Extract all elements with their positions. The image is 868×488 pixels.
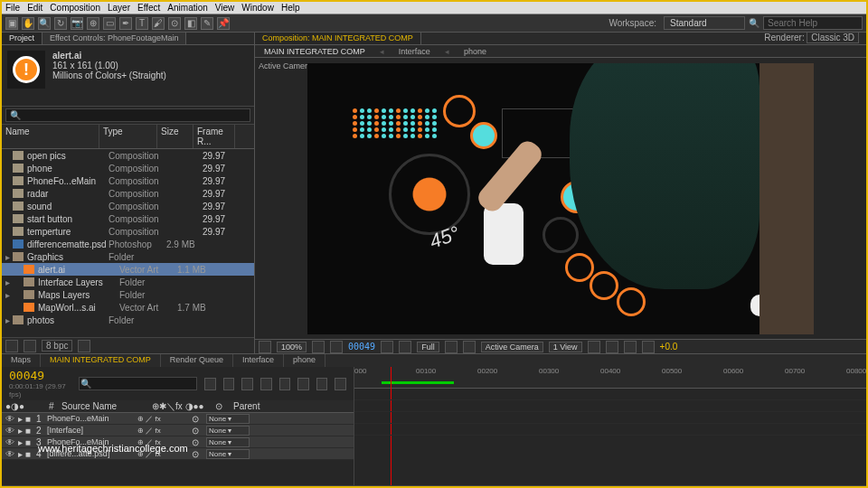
- eraser-tool[interactable]: ◧: [184, 17, 197, 30]
- flowchart-button[interactable]: [642, 341, 655, 353]
- timeline-tab[interactable]: Maps: [2, 354, 41, 367]
- timeline-tab[interactable]: MAIN INTEGRATED COMP: [41, 354, 161, 367]
- snapshot-button[interactable]: [381, 341, 393, 353]
- zoom-select[interactable]: 100%: [277, 342, 307, 352]
- channel-button[interactable]: [399, 341, 411, 353]
- asset-colors: Millions of Colors+ (Straight): [52, 70, 249, 80]
- renderer-select[interactable]: Classic 3D: [807, 32, 859, 43]
- timeline-graph[interactable]: 0000010000200003000040000500006000070000…: [354, 367, 866, 485]
- project-item[interactable]: PhoneFo...eMainComposition29.97: [2, 174, 254, 187]
- breadcrumb-item[interactable]: phone: [464, 47, 486, 56]
- layer-bar[interactable]: [354, 412, 866, 424]
- alpha-button[interactable]: [259, 341, 271, 353]
- tl-btn-1[interactable]: [204, 378, 216, 390]
- puppet-tool[interactable]: 📌: [217, 17, 230, 30]
- tl-btn-3[interactable]: [241, 378, 253, 390]
- timeline-panel: MapsMAIN INTEGRATED COMPRender QueueInte…: [2, 353, 866, 488]
- camera-select[interactable]: Active Camera: [481, 342, 543, 352]
- project-item[interactable]: MapWorl...s.aiVector Art1.7 MB: [2, 301, 254, 314]
- rotate-tool[interactable]: ↻: [54, 17, 67, 30]
- composition-tab[interactable]: Composition: MAIN INTEGRATED COMP: [255, 33, 421, 44]
- comp-viewer[interactable]: Active Camera 45°: [255, 58, 866, 339]
- timeline-tab[interactable]: Interface: [233, 354, 284, 367]
- fx-button[interactable]: [606, 341, 618, 353]
- project-item[interactable]: start buttonComposition29.97: [2, 212, 254, 225]
- menu-file[interactable]: File: [5, 3, 20, 13]
- pixel-aspect-button[interactable]: [588, 341, 600, 353]
- project-item[interactable]: ▸Interface LayersFolder: [2, 276, 254, 288]
- menu-view[interactable]: View: [215, 3, 235, 13]
- project-item[interactable]: ▸Maps LayersFolder: [2, 288, 254, 301]
- workspace-select[interactable]: Standard: [664, 16, 745, 30]
- project-tab[interactable]: Project: [2, 33, 42, 44]
- tl-btn-5[interactable]: [279, 378, 291, 390]
- tl-btn-4[interactable]: [260, 378, 272, 390]
- delete-button[interactable]: [78, 340, 90, 352]
- project-item[interactable]: open picsComposition29.97: [2, 149, 254, 162]
- interpret-footage-button[interactable]: [5, 340, 18, 352]
- views-select[interactable]: 1 View: [549, 342, 582, 352]
- timecode[interactable]: 00049: [9, 369, 71, 382]
- comp-canvas: 45°: [307, 63, 814, 334]
- hand-tool[interactable]: ✋: [22, 17, 34, 30]
- project-item[interactable]: differencematte.psdPhotoshop2.9 MB: [2, 238, 254, 250]
- clone-tool[interactable]: ⊙: [168, 17, 181, 30]
- menu-animation[interactable]: Animation: [167, 3, 207, 13]
- timeline-tab[interactable]: Render Queue: [161, 354, 233, 367]
- camera-tool[interactable]: 📷: [71, 17, 83, 30]
- menu-edit[interactable]: Edit: [27, 3, 42, 13]
- shape-tool[interactable]: ▭: [103, 17, 116, 30]
- project-item[interactable]: ▸GraphicsFolder: [2, 250, 254, 263]
- menu-bar: FileEditCompositionLayerEffectAnimationV…: [2, 2, 866, 14]
- tl-btn-8[interactable]: [335, 378, 346, 390]
- person: [570, 63, 760, 289]
- brush-tool[interactable]: 🖌: [152, 17, 165, 30]
- project-search[interactable]: [5, 108, 250, 122]
- exposure-value[interactable]: +0.0: [660, 342, 678, 352]
- menu-layer[interactable]: Layer: [108, 3, 130, 13]
- project-item[interactable]: soundComposition29.97: [2, 200, 254, 212]
- search-help-input[interactable]: [763, 16, 863, 30]
- tl-btn-7[interactable]: [316, 378, 328, 390]
- tl-btn-6[interactable]: [297, 378, 309, 390]
- roi-button[interactable]: [445, 341, 458, 353]
- project-item[interactable]: phoneComposition29.97: [2, 162, 254, 174]
- layer-bar[interactable]: [354, 389, 866, 400]
- menu-effect[interactable]: Effect: [137, 3, 160, 13]
- project-item[interactable]: alert.aiVector Art1.1 MB: [2, 263, 254, 276]
- breadcrumb-item[interactable]: MAIN INTEGRATED COMP: [264, 47, 365, 56]
- wall: [760, 63, 814, 334]
- zoom-tool[interactable]: 🔍: [38, 17, 51, 30]
- project-item[interactable]: tempertureComposition29.97: [2, 225, 254, 238]
- pen-tool[interactable]: ✒: [119, 17, 132, 30]
- project-item[interactable]: ▸photosFolder: [2, 314, 254, 326]
- new-folder-button[interactable]: [24, 340, 36, 352]
- transparency-button[interactable]: [463, 341, 476, 353]
- grid-button[interactable]: [312, 341, 325, 353]
- effect-controls-tab[interactable]: Effect Controls: PhoneFootageMain: [42, 33, 186, 44]
- menu-help[interactable]: Help: [281, 3, 300, 13]
- work-area[interactable]: [382, 381, 454, 384]
- text-tool[interactable]: T: [136, 17, 148, 30]
- layer-bar[interactable]: [354, 424, 866, 436]
- menu-composition[interactable]: Composition: [50, 3, 100, 13]
- timeline-tab[interactable]: phone: [284, 354, 326, 367]
- bit-depth-button[interactable]: 8 bpc: [42, 340, 72, 352]
- pan-behind-tool[interactable]: ⊕: [87, 17, 99, 30]
- composition-panel: Composition: MAIN INTEGRATED COMP Render…: [255, 33, 866, 353]
- viewer-timecode[interactable]: 00049: [348, 342, 375, 352]
- layer-bar[interactable]: [354, 400, 866, 412]
- timeline-search[interactable]: [79, 377, 197, 390]
- menu-window[interactable]: Window: [241, 3, 274, 13]
- project-item[interactable]: radarComposition29.97: [2, 187, 254, 200]
- tl-btn-2[interactable]: [223, 378, 235, 390]
- timeline-button[interactable]: [624, 341, 637, 353]
- layer-row[interactable]: 👁▸ ■2[Interface]⊕ ／ fx⊙None ▾: [2, 425, 354, 436]
- roto-tool[interactable]: ✎: [201, 17, 213, 30]
- project-panel: Project Effect Controls: PhoneFootageMai…: [2, 33, 255, 353]
- layer-row[interactable]: 👁▸ ■1PhoneFo...eMain⊕ ／ fx⊙None ▾: [2, 413, 354, 425]
- mask-button[interactable]: [330, 341, 343, 353]
- selection-tool[interactable]: ▣: [5, 17, 18, 30]
- resolution-select[interactable]: Full: [417, 342, 439, 352]
- breadcrumb-item[interactable]: Interface: [399, 47, 430, 56]
